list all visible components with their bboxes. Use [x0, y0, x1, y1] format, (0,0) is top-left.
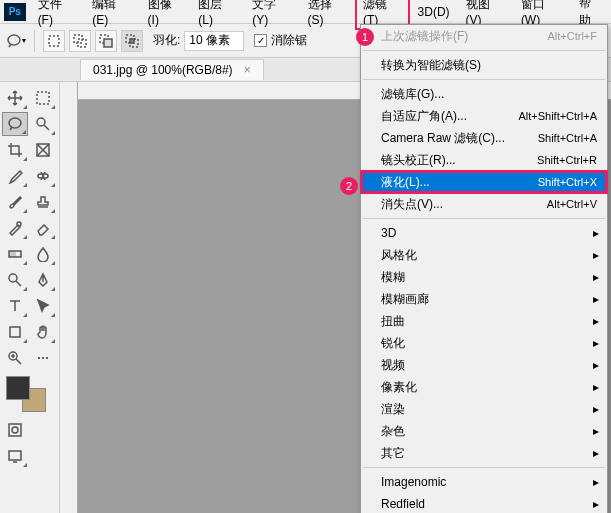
menu-blur-gallery-sub[interactable]: 模糊画廊▸ [361, 288, 607, 310]
menu-vanishing-point[interactable]: 消失点(V)...Alt+Ctrl+V [361, 193, 607, 215]
crop-tool[interactable] [2, 138, 28, 162]
selection-subtract-button[interactable] [95, 30, 117, 52]
svg-rect-9 [37, 92, 49, 104]
svg-point-11 [37, 118, 45, 126]
menu-camera-raw[interactable]: Camera Raw 滤镜(C)...Shift+Ctrl+A [361, 127, 607, 149]
menu-filter-gallery[interactable]: 滤镜库(G)... [361, 83, 607, 105]
menu-type[interactable]: 文字(Y) [244, 0, 299, 30]
shape-tool[interactable] [2, 320, 28, 344]
menu-edit[interactable]: 编辑(E) [84, 0, 139, 30]
color-swatches[interactable] [6, 376, 46, 412]
chevron-right-icon: ▸ [593, 270, 599, 284]
svg-rect-19 [10, 327, 20, 337]
menubar: Ps 文件(F) 编辑(E) 图像(I) 图层(L) 文字(Y) 选择(S) 滤… [0, 0, 611, 24]
screenmode-button[interactable] [2, 444, 28, 468]
eraser-tool[interactable] [30, 216, 56, 240]
svg-point-0 [8, 35, 20, 45]
frame-tool[interactable] [30, 138, 56, 162]
chevron-right-icon: ▸ [593, 226, 599, 240]
move-tool[interactable] [2, 86, 28, 110]
type-tool[interactable] [2, 294, 28, 318]
blur-tool[interactable] [30, 242, 56, 266]
menu-distort-sub[interactable]: 扭曲▸ [361, 310, 607, 332]
history-brush-tool[interactable] [2, 216, 28, 240]
heal-tool[interactable] [30, 164, 56, 188]
antialias-checkbox[interactable]: 消除锯 [254, 32, 307, 49]
feather-label: 羽化: [153, 32, 180, 49]
svg-point-16 [17, 222, 21, 226]
gradient-tool[interactable] [2, 242, 28, 266]
chevron-right-icon: ▸ [593, 497, 599, 511]
menu-other-sub[interactable]: 其它▸ [361, 442, 607, 464]
eyedropper-tool[interactable] [2, 164, 28, 188]
tab-title: 031.jpg @ 100%(RGB/8#) [93, 63, 233, 77]
menu-redfield[interactable]: Redfield▸ [361, 493, 607, 513]
chevron-right-icon: ▸ [593, 380, 599, 394]
menu-imagenomic[interactable]: Imagenomic▸ [361, 471, 607, 493]
current-tool-icon[interactable]: ▾ [6, 31, 26, 51]
stamp-tool[interactable] [30, 190, 56, 214]
svg-point-22 [12, 427, 18, 433]
menu-image[interactable]: 图像(I) [140, 0, 191, 30]
svg-rect-5 [104, 39, 112, 47]
lasso-tool[interactable] [2, 112, 28, 136]
menu-sharpen-sub[interactable]: 锐化▸ [361, 332, 607, 354]
filter-menu-dropdown: 上次滤镜操作(F)Alt+Ctrl+F 转换为智能滤镜(S) 滤镜库(G)...… [360, 24, 608, 513]
menu-liquify[interactable]: 液化(L)...Shift+Ctrl+X [361, 171, 607, 193]
menu-lens-correction[interactable]: 镜头校正(R)...Shift+Ctrl+R [361, 149, 607, 171]
menu-video-sub[interactable]: 视频▸ [361, 354, 607, 376]
menu-3d-sub[interactable]: 3D▸ [361, 222, 607, 244]
svg-rect-8 [130, 39, 134, 43]
svg-point-10 [9, 118, 21, 128]
edit-toolbar[interactable]: ⋯ [30, 346, 56, 370]
app-icon: Ps [4, 3, 26, 21]
pen-tool[interactable] [30, 268, 56, 292]
chevron-right-icon: ▸ [593, 358, 599, 372]
chevron-right-icon: ▸ [593, 424, 599, 438]
quickmask-button[interactable] [2, 418, 28, 442]
menu-last-filter: 上次滤镜操作(F)Alt+Ctrl+F [361, 25, 607, 47]
svg-rect-1 [49, 36, 59, 46]
annotation-marker-2: 2 [340, 177, 358, 195]
ruler-vertical[interactable] [60, 82, 78, 513]
menu-layer[interactable]: 图层(L) [190, 0, 244, 30]
chevron-right-icon: ▸ [593, 446, 599, 460]
path-select-tool[interactable] [30, 294, 56, 318]
chevron-right-icon: ▸ [593, 336, 599, 350]
close-icon[interactable]: × [244, 63, 251, 77]
chevron-right-icon: ▸ [593, 248, 599, 262]
antialias-label: 消除锯 [271, 32, 307, 49]
menu-select[interactable]: 选择(S) [300, 0, 355, 30]
chevron-right-icon: ▸ [593, 475, 599, 489]
quick-select-tool[interactable] [30, 112, 56, 136]
menu-convert-smart[interactable]: 转换为智能滤镜(S) [361, 54, 607, 76]
foreground-swatch[interactable] [6, 376, 30, 400]
chevron-right-icon: ▸ [593, 292, 599, 306]
chevron-right-icon: ▸ [593, 314, 599, 328]
menu-file[interactable]: 文件(F) [30, 0, 85, 30]
svg-rect-23 [9, 451, 21, 460]
marquee-tool[interactable] [30, 86, 56, 110]
menu-render-sub[interactable]: 渲染▸ [361, 398, 607, 420]
feather-input[interactable] [184, 31, 244, 51]
menu-3d[interactable]: 3D(D) [410, 2, 458, 22]
menu-adaptive-wide[interactable]: 自适应广角(A)...Alt+Shift+Ctrl+A [361, 105, 607, 127]
zoom-tool[interactable] [2, 346, 28, 370]
menu-pixelate-sub[interactable]: 像素化▸ [361, 376, 607, 398]
svg-point-18 [9, 274, 17, 282]
selection-intersect-button[interactable] [121, 30, 143, 52]
brush-tool[interactable] [2, 190, 28, 214]
annotation-marker-1: 1 [356, 28, 374, 46]
menu-stylize-sub[interactable]: 风格化▸ [361, 244, 607, 266]
svg-rect-21 [9, 424, 21, 436]
chevron-right-icon: ▸ [593, 402, 599, 416]
dodge-tool[interactable] [2, 268, 28, 292]
check-icon [254, 34, 267, 47]
selection-add-button[interactable] [69, 30, 91, 52]
document-tab[interactable]: 031.jpg @ 100%(RGB/8#) × [80, 59, 264, 80]
toolbox: ⋯ [0, 82, 60, 513]
menu-blur-sub[interactable]: 模糊▸ [361, 266, 607, 288]
hand-tool[interactable] [30, 320, 56, 344]
menu-noise-sub[interactable]: 杂色▸ [361, 420, 607, 442]
selection-new-button[interactable] [43, 30, 65, 52]
